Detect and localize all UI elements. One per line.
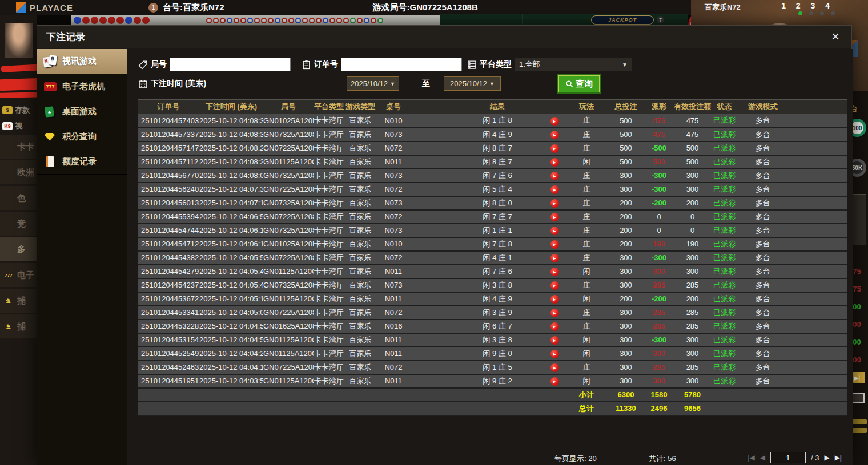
- replay-play-icon[interactable]: ▶: [550, 254, 559, 262]
- replay-play-icon[interactable]: ▶: [550, 158, 559, 167]
- table-row: 251012044571121 2025-10-12 04:08:20 GN01…: [138, 155, 847, 169]
- table-row: 251012044532281 2025-10-12 04:04:56 GN01…: [138, 320, 847, 333]
- chevron-down-icon: ▼: [489, 81, 495, 87]
- menu-tile[interactable]: 多: [0, 237, 37, 261]
- replay-play-icon[interactable]: ▶: [550, 363, 559, 372]
- grand-total-label: 总计: [566, 402, 607, 415]
- order-input[interactable]: [341, 58, 462, 71]
- nav-item[interactable]: ♠ 桌面游戏: [37, 99, 127, 124]
- slot-icon: 777: [43, 80, 58, 94]
- replay-play-icon[interactable]: ▶: [550, 131, 559, 139]
- nav-item[interactable]: 积分查询: [37, 124, 127, 149]
- menu-tile[interactable]: 鱼 捕: [0, 314, 37, 338]
- menu-tile[interactable]: 鱼 捕: [0, 289, 37, 313]
- table-row: 251012044536728 2025-10-12 04:05:19 GN01…: [138, 292, 847, 306]
- table-number-badge: 1: [148, 3, 158, 13]
- server-icon: [467, 60, 477, 70]
- replay-play-icon[interactable]: ▶: [550, 199, 559, 208]
- menu-tile[interactable]: 竞: [0, 212, 37, 236]
- bead-ring-icon: [371, 18, 376, 23]
- round-filter: 局号: [138, 57, 291, 72]
- road-badge-icon: [116, 17, 124, 24]
- search-icon: [565, 80, 574, 88]
- col-mode: 游戏模式: [737, 100, 789, 114]
- order-filter: 订单号: [302, 57, 462, 72]
- video-games-item[interactable]: K9 视: [0, 121, 37, 131]
- table-row: 251012044574037 2025-10-12 04:08:34 GN01…: [138, 114, 847, 128]
- replay-play-icon[interactable]: ▶: [550, 185, 559, 194]
- to-label: 至: [422, 79, 430, 89]
- page-total-label: / 3: [811, 454, 819, 462]
- replay-play-icon[interactable]: ▶: [550, 144, 559, 153]
- video-seat-numbers: 1 2 3 4: [781, 1, 834, 10]
- redacted-username: [1, 64, 37, 72]
- bead-ring-icon: [261, 18, 267, 23]
- tg-icon: ♠: [43, 105, 58, 119]
- last-page-button[interactable]: ▶|: [835, 454, 842, 462]
- table-label: 台号:百家乐N72: [163, 2, 224, 13]
- round-input[interactable]: [170, 58, 291, 71]
- modal-nav: K9 视讯游戏 777 电子老虎机 ♠ 桌面游戏 积分查询: [37, 49, 127, 465]
- replay-play-icon[interactable]: ▶: [550, 268, 559, 276]
- platform-select[interactable]: 1.全部 ▼: [515, 58, 632, 71]
- date-from-select[interactable]: 2025/10/12 ▼: [347, 76, 399, 91]
- clipboard-icon: [302, 60, 311, 70]
- menu-tile[interactable]: 欧洲: [0, 160, 37, 184]
- next-page-button[interactable]: ▶: [824, 454, 829, 462]
- bead-ring-icon: [336, 18, 342, 23]
- replay-play-icon[interactable]: ▶: [550, 322, 559, 331]
- menu-tile[interactable]: 色: [0, 186, 37, 210]
- search-button[interactable]: 查询: [558, 75, 600, 92]
- total-count-label: 共计: 56: [649, 454, 676, 464]
- replay-play-icon[interactable]: ▶: [550, 295, 559, 304]
- page-input[interactable]: [770, 452, 806, 463]
- replay-play-icon[interactable]: ▶: [550, 350, 559, 358]
- bead-ring-icon: [275, 18, 280, 23]
- replay-play-icon[interactable]: ▶: [550, 281, 559, 290]
- menu-tile[interactable]: 卡卡: [0, 135, 37, 159]
- col-result: 结果: [452, 100, 543, 114]
- bead-ring-icon: [288, 18, 294, 23]
- menu-tile-icon: 鱼: [2, 322, 15, 331]
- replay-play-icon[interactable]: ▶: [550, 227, 559, 235]
- table-row: 251012044547449 2025-10-12 04:06:13 GN07…: [138, 224, 847, 237]
- menu-tile[interactable]: 777 电子: [0, 263, 37, 287]
- menu-tile-icon: [2, 142, 15, 151]
- road-badge-icon: [134, 17, 141, 24]
- bead-ring-icon: [213, 18, 219, 23]
- replay-play-icon[interactable]: ▶: [550, 309, 559, 317]
- deposit-item[interactable]: $ 存款: [0, 105, 37, 115]
- bead-ring-icon: [316, 18, 322, 23]
- jackpot-badge: 7: [657, 16, 664, 23]
- replay-play-icon[interactable]: ▶: [550, 172, 559, 180]
- date-to-select[interactable]: 2025/10/12 ▼: [444, 76, 501, 91]
- bead-ring-icon: [309, 18, 315, 23]
- table-row: 251012044553941 2025-10-12 04:06:50 GN07…: [138, 210, 847, 224]
- replay-play-icon[interactable]: ▶: [550, 117, 559, 126]
- prev-page-button[interactable]: ◀: [760, 454, 765, 462]
- replay-play-icon[interactable]: ▶: [550, 377, 559, 386]
- replay-play-icon[interactable]: ▶: [550, 336, 559, 345]
- road-badge-icon: [82, 17, 90, 24]
- video-table-title: 百家乐N72: [705, 2, 741, 13]
- replay-play-icon[interactable]: ▶: [550, 240, 559, 249]
- col-round: 局号: [263, 100, 314, 114]
- table-row: 251012044560133 2025-10-12 04:07:17 GN07…: [138, 196, 847, 210]
- nav-item[interactable]: 777 电子老虎机: [37, 74, 127, 99]
- menu-tile-icon: 鱼: [2, 296, 15, 305]
- bead-ring-icon: [357, 18, 363, 23]
- seat-dots: [798, 11, 835, 15]
- replay-play-icon[interactable]: ▶: [550, 213, 559, 221]
- playace-logo: PLAYACE: [0, 2, 148, 13]
- user-avatar[interactable]: [5, 23, 33, 58]
- bet-time-filter: 下注时间 (美东): [138, 76, 206, 91]
- subtotal-valid: 5780: [673, 388, 712, 402]
- first-page-button[interactable]: |◀: [748, 454, 754, 462]
- nav-item[interactable]: K9 视讯游戏: [37, 49, 127, 74]
- table-row: 251012044571473 2025-10-12 04:08:22 GN07…: [138, 141, 847, 155]
- order-filter-label: 订单号: [314, 59, 338, 70]
- jackpot-pill: JACKPOT: [591, 15, 654, 25]
- close-icon[interactable]: ×: [827, 29, 843, 45]
- menu-tile-icon: [2, 245, 15, 254]
- nav-item[interactable]: 额度记录: [37, 149, 127, 175]
